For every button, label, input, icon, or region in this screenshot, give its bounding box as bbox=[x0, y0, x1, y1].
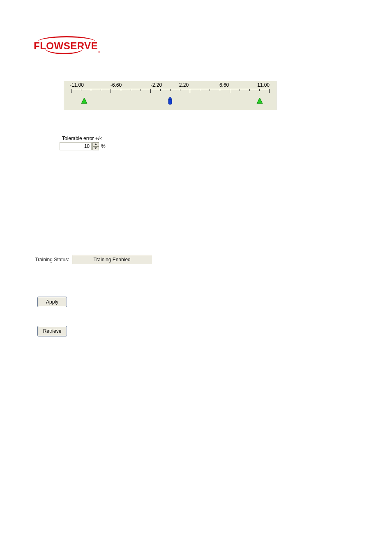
chevron-up-icon bbox=[95, 143, 97, 145]
scale-label: -2.20 bbox=[151, 82, 162, 88]
tolerable-error-input[interactable] bbox=[60, 142, 92, 150]
svg-marker-3 bbox=[257, 98, 263, 104]
tolerable-error-stepper[interactable] bbox=[92, 142, 99, 150]
svg-marker-0 bbox=[81, 98, 87, 104]
limit-marker-right-icon[interactable] bbox=[256, 97, 263, 104]
value-marker-icon bbox=[168, 97, 173, 105]
step-up-button[interactable] bbox=[93, 143, 99, 146]
svg-marker-2 bbox=[168, 97, 172, 99]
scale-label: 2.20 bbox=[179, 82, 189, 88]
scale-label: 6.60 bbox=[219, 82, 229, 88]
tolerable-error-group: Tolerable error +/-: % bbox=[60, 136, 106, 150]
training-status-row: Training Status: Training Enabled bbox=[35, 255, 152, 265]
tolerable-error-label: Tolerable error +/-: bbox=[62, 136, 106, 141]
scale-label: 11.00 bbox=[257, 82, 270, 88]
retrieve-button[interactable]: Retrieve bbox=[37, 326, 67, 336]
tolerable-error-unit: % bbox=[101, 143, 106, 149]
training-status-value: Training Enabled bbox=[72, 255, 152, 265]
apply-button[interactable]: Apply bbox=[37, 297, 67, 307]
svg-rect-1 bbox=[168, 99, 172, 104]
limit-marker-left-icon[interactable] bbox=[81, 97, 88, 104]
scale-label: -11.00 bbox=[70, 82, 84, 88]
training-status-label: Training Status: bbox=[35, 257, 69, 263]
chevron-down-icon bbox=[95, 147, 97, 149]
error-scale-panel: -11.00-6.60-2.202.206.6011.00 bbox=[64, 81, 277, 110]
flowserve-logo: FLOWSERVE ® bbox=[34, 36, 98, 52]
scale-label: -6.60 bbox=[111, 82, 122, 88]
step-down-button[interactable] bbox=[93, 146, 99, 150]
